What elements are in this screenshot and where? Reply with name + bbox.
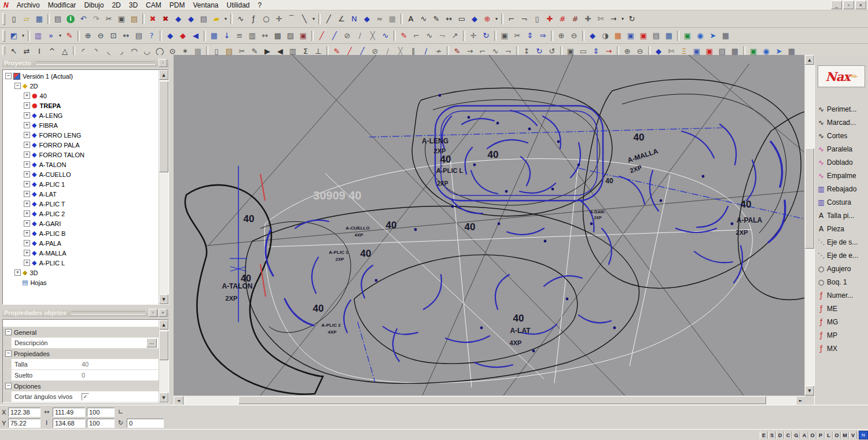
- expand-box[interactable]: +: [24, 181, 30, 187]
- rows-button[interactable]: ≡: [233, 30, 246, 42]
- cut-circle-button[interactable]: ⊘: [341, 30, 354, 42]
- menu-item-2d[interactable]: 2D: [108, 1, 124, 10]
- tree-item-forro-talon[interactable]: +◆FORRO TALON: [3, 150, 159, 160]
- collapse-box[interactable]: −: [5, 350, 12, 357]
- half-piece-button[interactable]: ◑: [599, 30, 612, 42]
- properties-float-button[interactable]: ▫: [149, 309, 157, 317]
- columns-button[interactable]: ▥: [246, 30, 259, 42]
- tool-boq-1[interactable]: ○Boq. 1: [815, 275, 868, 289]
- rotate-icon[interactable]: ↻: [116, 419, 125, 427]
- tree-item-a-plic-b[interactable]: +◆A-PLIC B: [3, 228, 159, 238]
- property-row-cortar-ngulos-vivos[interactable]: Cortar ángulos vivos✓: [3, 391, 159, 402]
- print-area-button[interactable]: ▤: [133, 30, 145, 42]
- tree-item-a-plic-l[interactable]: +◆A-PLIC L: [3, 258, 159, 268]
- scissors-curve-button[interactable]: ✄: [594, 13, 607, 25]
- reload-button[interactable]: ↻: [626, 13, 638, 25]
- knife-blue-button[interactable]: ╱: [328, 30, 341, 42]
- menu-item-utilidad[interactable]: Utilidad: [222, 1, 253, 10]
- cut-line-button[interactable]: ∕: [354, 30, 366, 42]
- pieces-red-button[interactable]: ◆: [176, 30, 189, 42]
- menu-item-cam[interactable]: CAM: [142, 1, 165, 10]
- move-points-button[interactable]: ✛: [467, 30, 480, 42]
- window-app-button[interactable]: ▣: [624, 30, 637, 42]
- copy-piece-button[interactable]: ▣: [498, 30, 511, 42]
- corner-2-button[interactable]: ¬: [518, 13, 531, 25]
- pen-style-dropdown-button[interactable]: ▾: [57, 30, 63, 42]
- function-curve-button[interactable]: ƒ: [247, 13, 260, 25]
- category-general[interactable]: −General: [3, 327, 159, 338]
- pieces-blue-button[interactable]: ◆: [164, 30, 176, 42]
- text-button[interactable]: A: [404, 13, 417, 25]
- tool-paralela[interactable]: ∿Paralela: [815, 142, 868, 156]
- send-button[interactable]: ➤: [707, 30, 719, 42]
- tool-empalme[interactable]: ∿Empalme: [815, 169, 868, 182]
- x-position-field[interactable]: [8, 408, 41, 417]
- collapse-box[interactable]: −: [14, 83, 21, 89]
- menu-item-help[interactable]: ?: [254, 1, 266, 10]
- knife-red-button[interactable]: ╱: [315, 30, 328, 42]
- mode-toggle-m-10[interactable]: M: [841, 431, 849, 439]
- fill-color-dropdown-button[interactable]: ▾: [223, 13, 229, 25]
- brush-red-button[interactable]: ✎: [63, 30, 76, 42]
- measure-button[interactable]: ↔: [443, 13, 455, 25]
- notch-wave-button[interactable]: ∿: [379, 30, 392, 42]
- scroll-left-button[interactable]: ◄: [174, 396, 183, 405]
- monitor-red-button[interactable]: ▣: [637, 30, 650, 42]
- expand-box[interactable]: +: [24, 151, 30, 158]
- paste-button[interactable]: ▤: [128, 13, 141, 25]
- tool-cortes[interactable]: ∿Cortes: [815, 129, 868, 142]
- menu-item-modificar[interactable]: Modificar: [44, 1, 80, 10]
- expand-box[interactable]: +: [24, 191, 30, 197]
- shape-dropdown-button[interactable]: ▾: [494, 13, 499, 25]
- rotation-field[interactable]: [127, 419, 164, 428]
- piece-prev-button[interactable]: ◀: [189, 30, 202, 42]
- mode-toggle-v-11[interactable]: V: [849, 431, 857, 439]
- ruler-button[interactable]: ↔: [120, 30, 133, 42]
- cut-piece-button[interactable]: ✂: [511, 30, 524, 42]
- print-pieces-button[interactable]: ▤: [197, 13, 210, 25]
- toolbar-grip[interactable]: [2, 30, 5, 42]
- mode-toggle-c-3[interactable]: C: [784, 431, 792, 439]
- expand-box[interactable]: +: [24, 201, 30, 207]
- tree-item-trepa[interactable]: +●TREPA: [3, 101, 159, 110]
- tree-item-hojas[interactable]: ▤Hojas: [3, 278, 159, 287]
- mode-toggle-s-1[interactable]: S: [768, 431, 776, 439]
- expand-box[interactable]: +: [24, 230, 30, 236]
- tree-item-versi-n-1-actual[interactable]: −Versión 1 (Actual): [3, 71, 159, 81]
- expand-box[interactable]: +: [24, 260, 30, 266]
- scroll-right-button[interactable]: ►: [796, 396, 806, 405]
- tree-item-a-pala[interactable]: +◆A-PALA: [3, 238, 159, 248]
- zoom-all-button[interactable]: ⊖: [568, 30, 580, 42]
- tree-item-2d[interactable]: −◆2D: [3, 81, 159, 91]
- print-4-button[interactable]: ▤: [650, 30, 663, 42]
- tool-me[interactable]: ƒME: [815, 302, 868, 315]
- expand-box[interactable]: +: [24, 112, 30, 119]
- grid-button[interactable]: ▦: [386, 13, 399, 25]
- grade-hash-2-button[interactable]: #: [569, 13, 582, 25]
- y-scale-field[interactable]: [87, 419, 115, 428]
- select-filter-dropdown-button[interactable]: ▾: [20, 30, 26, 42]
- arc-button[interactable]: ⌒: [285, 13, 298, 25]
- tool-talla-pi[interactable]: ATalla pi...: [815, 209, 868, 222]
- rectangle-button[interactable]: ▭: [455, 13, 468, 25]
- tool-numer[interactable]: ƒNumer...: [815, 289, 868, 302]
- grid-export-button[interactable]: ▦: [719, 30, 732, 42]
- select-diamond-button[interactable]: ◆: [361, 13, 373, 25]
- info-button[interactable]: i: [67, 15, 75, 23]
- tool-pieza[interactable]: APieza: [815, 222, 868, 235]
- properties-scrollbar[interactable]: ▲ ▼: [159, 320, 168, 402]
- zoom-in-button[interactable]: ⊕: [82, 30, 94, 42]
- step-curve-button[interactable]: ⌐: [410, 30, 423, 42]
- scrollbar-track[interactable]: [183, 396, 796, 404]
- scroll-down-button[interactable]: ▼: [159, 294, 168, 304]
- properties-panel-titlebar[interactable]: Propiedades objetos ▫×: [2, 308, 169, 317]
- tree-item-a-plic-1[interactable]: +◆A-PLIC 1: [3, 179, 159, 189]
- app-green-button[interactable]: ▣: [681, 30, 694, 42]
- pen-red-2-button[interactable]: ✎: [398, 30, 410, 42]
- angle-icon[interactable]: ∟: [116, 408, 125, 416]
- distribute-button[interactable]: ↔: [259, 30, 271, 42]
- menu-item-pdm[interactable]: PDM: [165, 1, 189, 10]
- delete-red-button[interactable]: ✖: [146, 13, 159, 25]
- category-opciones[interactable]: −Opciones: [3, 381, 159, 391]
- expand-box[interactable]: +: [24, 122, 30, 128]
